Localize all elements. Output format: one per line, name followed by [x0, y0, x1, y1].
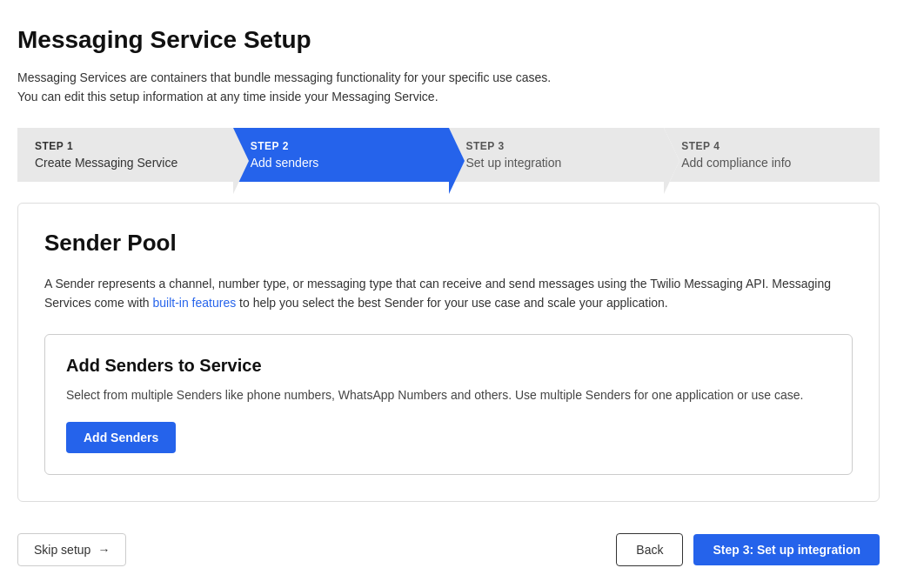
add-senders-description: Select from multiple Senders like phone …: [66, 386, 831, 404]
add-senders-box: Add Senders to Service Select from multi…: [44, 334, 853, 475]
sender-pool-description: A Sender represents a channel, number ty…: [44, 274, 853, 313]
back-button[interactable]: Back: [616, 533, 683, 566]
stepper: Step 1 Create Messaging Service Step 2 A…: [17, 128, 880, 182]
add-senders-button[interactable]: Add Senders: [66, 422, 176, 453]
arrow-right-icon: →: [97, 543, 110, 557]
page-description: Messaging Services are containers that b…: [17, 68, 880, 107]
step-3-label: Step 3: [466, 140, 647, 152]
step-4-name: Add compliance info: [681, 156, 862, 170]
step-4-label: Step 4: [681, 140, 862, 152]
step-1-label: Step 1: [35, 140, 216, 152]
step-4: Step 4 Add compliance info: [664, 128, 880, 182]
step-2-label: Step 2: [251, 140, 432, 152]
skip-setup-button[interactable]: Skip setup →: [17, 533, 126, 566]
next-step-button[interactable]: Step 3: Set up integration: [693, 534, 880, 565]
step-3: Step 3 Set up integration: [449, 128, 665, 182]
sender-pool-title: Sender Pool: [44, 230, 853, 257]
footer: Skip setup → Back Step 3: Set up integra…: [17, 519, 880, 566]
step-1: Step 1 Create Messaging Service: [17, 128, 233, 182]
footer-right-actions: Back Step 3: Set up integration: [616, 533, 880, 566]
page-title: Messaging Service Setup: [17, 26, 880, 54]
main-card: Sender Pool A Sender represents a channe…: [17, 203, 880, 502]
built-in-features-link[interactable]: built-in features: [152, 296, 236, 310]
step-3-name: Set up integration: [466, 156, 647, 170]
step-2-name: Add senders: [251, 156, 432, 170]
add-senders-title: Add Senders to Service: [66, 356, 831, 376]
step-2: Step 2 Add senders: [233, 128, 449, 182]
step-1-name: Create Messaging Service: [35, 156, 216, 170]
